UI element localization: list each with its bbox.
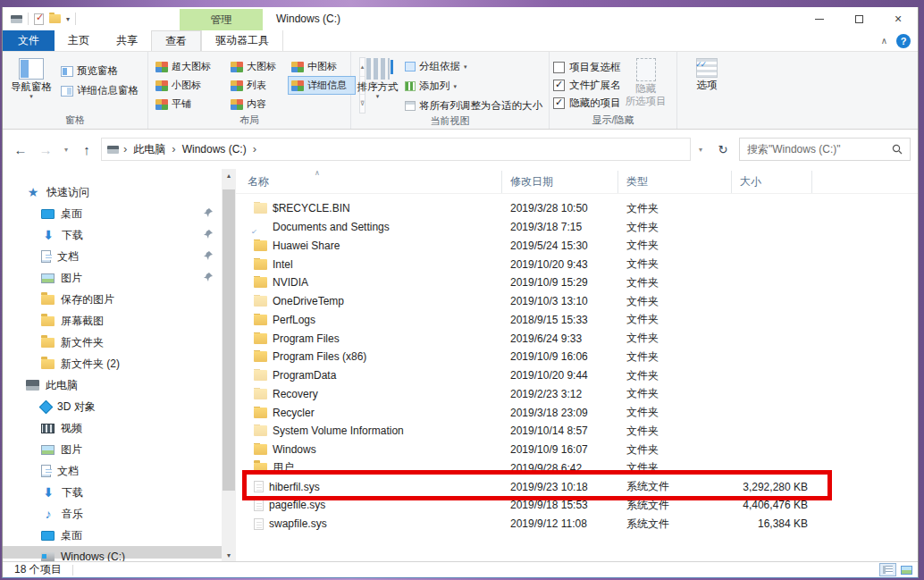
chevron-down-icon[interactable]: ▾ [66, 15, 70, 23]
sidebar-item[interactable]: Windows (C:) [3, 546, 222, 561]
sidebar-item[interactable]: ★ 快速访问 [3, 181, 222, 203]
back-icon[interactable]: ← [10, 142, 31, 157]
thumbnails-view-button[interactable] [898, 563, 915, 576]
scrollbar-thumb[interactable] [223, 189, 235, 491]
file-row[interactable]: System Volume Information 2019/10/14 8:5… [236, 422, 918, 441]
details-pane-button[interactable]: 详细信息窗格 [58, 82, 141, 99]
group-label-current-view: 当前视图 [351, 114, 549, 129]
checkbox-icon[interactable] [553, 97, 565, 109]
view-mode-icon [291, 80, 304, 91]
maximize-button[interactable] [839, 7, 878, 30]
file-row[interactable]: OneDriveTemp 2019/10/3 13:10 文件夹 [236, 292, 918, 311]
sidebar-scrollbar[interactable]: ▴ ▾ [222, 169, 236, 561]
file-row[interactable]: NVIDIA 2019/10/9 15:29 文件夹 [236, 273, 918, 292]
sidebar-item[interactable]: 保存的图片 [3, 289, 222, 310]
column-header-type[interactable]: 类型 [618, 171, 732, 193]
breadcrumb[interactable]: › 此电脑 › Windows (C:) › [101, 138, 691, 161]
checkbox-icon[interactable] [553, 80, 565, 91]
sidebar-item[interactable]: ⬇ 下载 [3, 482, 222, 503]
navigation-pane-button[interactable]: 导航窗格 ▾ [6, 55, 56, 113]
layout-option[interactable]: 小图标 [152, 76, 227, 95]
column-header-date[interactable]: 修改日期 [502, 171, 618, 193]
file-row[interactable]: Intel 2019/10/20 9:43 文件夹 [236, 255, 918, 273]
file-row[interactable]: Recovery 2019/2/23 3:12 文件夹 [236, 385, 918, 404]
sidebar-item[interactable]: 桌面 [3, 203, 222, 224]
sidebar-item[interactable]: 图片 [3, 439, 222, 460]
breadcrumb-drive[interactable]: Windows (C:) [181, 143, 248, 156]
hide-selected-items-button[interactable]: 隐藏 所选项目 [623, 55, 669, 113]
tab-file[interactable]: 文件 [3, 30, 55, 51]
file-row[interactable]: Windows 2019/10/9 16:07 文件夹 [236, 441, 918, 459]
file-row[interactable]: ProgramData 2019/10/20 9:44 文件夹 [236, 366, 918, 385]
sidebar-item[interactable]: 文档 [3, 460, 222, 482]
file-icon [254, 259, 267, 270]
add-columns-button[interactable]: 添加列 ▾ [402, 78, 545, 95]
properties-icon[interactable] [34, 13, 44, 25]
file-row[interactable]: Recycler 2019/3/18 23:09 文件夹 [236, 403, 918, 422]
file-row[interactable]: Program Files 2019/6/24 9:33 文件夹 [236, 329, 918, 348]
preview-pane-button[interactable]: 预览窗格 [58, 63, 141, 80]
search-icon[interactable] [892, 144, 903, 155]
sort-by-button[interactable]: 排序方式 ▾ [355, 55, 400, 114]
scroll-up-icon[interactable]: ▴ [222, 169, 236, 181]
sidebar-item[interactable]: 新文件夹 [3, 332, 222, 353]
search-box[interactable] [739, 138, 911, 161]
tab-drive-tools[interactable]: 驱动器工具 [201, 30, 283, 51]
file-row[interactable]: Documents and Settings 2019/3/18 7:15 文件… [236, 218, 918, 237]
layout-option[interactable]: 列表 [227, 76, 288, 95]
layout-option[interactable]: 中图标 [288, 57, 356, 76]
layout-option[interactable]: 平铺 [152, 95, 227, 113]
sidebar-item[interactable]: 图片 [3, 267, 222, 289]
tab-home[interactable]: 主页 [55, 30, 103, 51]
file-name: Huawei Share [273, 240, 340, 252]
size-columns-to-fit-button[interactable]: 将所有列调整为合适的大小 [402, 97, 545, 114]
sidebar-item[interactable]: 文档 [3, 246, 222, 267]
ribbon-checkbox[interactable]: 文件扩展名 [553, 76, 621, 94]
checkbox-icon[interactable] [553, 62, 565, 73]
details-view-icon [883, 566, 893, 574]
file-row[interactable]: Program Files (x86) 2019/10/9 16:06 文件夹 [236, 348, 918, 366]
sidebar-item[interactable]: 视频 [3, 417, 222, 439]
column-header-size[interactable]: 大小 [732, 171, 812, 193]
options-button[interactable]: 选项 [682, 55, 732, 113]
close-button[interactable]: × [878, 7, 918, 30]
column-header-name[interactable]: 名称 [236, 171, 502, 193]
layout-option[interactable]: 详细信息 [288, 76, 356, 95]
up-icon[interactable]: ↑ [76, 142, 97, 157]
help-icon[interactable]: ? [896, 34, 911, 48]
sort-ascending-icon: ∧ [315, 169, 320, 177]
address-dropdown-icon[interactable]: ▾ [694, 146, 707, 154]
ribbon-checkbox[interactable]: 项目复选框 [553, 58, 621, 76]
collapse-ribbon-icon[interactable]: ∧ [881, 36, 887, 46]
sidebar-item-icon [41, 316, 55, 326]
scroll-down-icon[interactable]: ▾ [222, 549, 236, 561]
file-row[interactable]: hiberfil.sys 2019/9/23 10:18 系统文件 3,292,… [236, 477, 918, 496]
layout-option[interactable]: 内容 [227, 95, 288, 113]
ribbon-checkbox[interactable]: 隐藏的项目 [553, 94, 621, 112]
group-by-button[interactable]: 分组依据 ▾ [402, 58, 545, 75]
sidebar-item[interactable]: ⬇ 下载 [3, 224, 222, 246]
file-row[interactable]: PerfLogs 2018/9/15 15:33 文件夹 [236, 311, 918, 330]
file-row[interactable]: $RECYCLE.BIN 2019/3/28 10:50 文件夹 [236, 199, 918, 218]
minimize-button[interactable] [800, 7, 839, 30]
new-folder-icon[interactable] [49, 14, 61, 23]
file-row[interactable]: swapfile.sys 2019/9/12 11:08 系统文件 16,384… [236, 515, 918, 534]
details-view-button[interactable] [879, 563, 896, 576]
file-row[interactable]: 用户 2019/9/28 6:42 文件夹 [236, 459, 918, 478]
tab-share[interactable]: 共享 [103, 30, 151, 51]
tab-view[interactable]: 查看 [151, 30, 201, 51]
search-input[interactable] [747, 143, 892, 156]
file-row[interactable]: Huawei Share 2019/5/24 15:30 文件夹 [236, 237, 918, 256]
recent-locations-icon[interactable]: ▾ [60, 146, 72, 154]
layout-option[interactable]: 大图标 [227, 57, 288, 76]
layout-option[interactable]: 超大图标 [152, 57, 227, 76]
sidebar-item[interactable]: 新文件夹 (2) [3, 353, 222, 374]
sidebar-item[interactable]: 桌面 [3, 525, 222, 546]
breadcrumb-this-pc[interactable]: 此电脑 [131, 142, 167, 157]
sidebar-item[interactable]: ♪ 音乐 [3, 503, 222, 525]
sidebar-item[interactable]: 此电脑 [3, 374, 222, 396]
sidebar-item[interactable]: 3D 对象 [3, 396, 222, 417]
refresh-icon[interactable]: ↻ [712, 143, 734, 156]
sidebar-item[interactable]: 屏幕截图 [3, 310, 222, 332]
file-row[interactable]: pagefile.sys 2019/9/18 15:53 系统文件 4,406,… [236, 496, 918, 515]
